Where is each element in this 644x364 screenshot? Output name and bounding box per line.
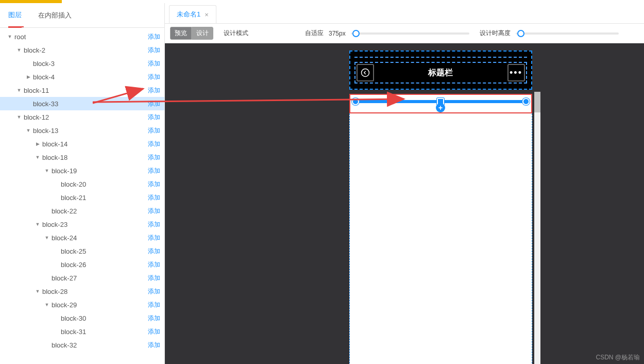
caret-down-icon[interactable] [26, 128, 31, 133]
tree-node-block-14[interactable]: block-14添加 [0, 137, 164, 151]
caret-down-icon[interactable] [44, 235, 49, 240]
tree-node-label: block-26 [61, 261, 86, 269]
scrollbar-thumb[interactable] [534, 92, 540, 112]
caret-down-icon[interactable] [35, 155, 40, 160]
caret-down-icon[interactable] [44, 302, 49, 307]
mode-label: 设计模式 [224, 29, 248, 38]
preview-button[interactable]: 预览 [170, 27, 192, 40]
back-icon[interactable] [357, 64, 374, 81]
tree-node-block-13[interactable]: block-13添加 [0, 124, 164, 137]
add-button[interactable]: 添加 [148, 301, 160, 309]
caret-down-icon[interactable] [44, 168, 49, 173]
add-button[interactable]: 添加 [148, 140, 160, 148]
caret-down-icon[interactable] [16, 47, 22, 53]
add-button[interactable]: 添加 [148, 234, 160, 242]
add-button[interactable]: 添加 [148, 126, 160, 135]
tree-node-label: block-18 [42, 154, 67, 161]
add-handle-icon[interactable]: + [436, 103, 445, 112]
tree-node-block-27[interactable]: block-27添加 [0, 271, 164, 285]
caret-right-icon[interactable] [26, 74, 31, 79]
caret-down-icon[interactable] [35, 289, 40, 294]
view-toggle: 预览 设计 [170, 27, 213, 40]
tree-node-root[interactable]: root添加 [0, 30, 164, 43]
tree-node-block-4[interactable]: block-4添加 [0, 70, 164, 84]
add-button[interactable]: 添加 [148, 287, 160, 296]
svg-point-0 [361, 69, 369, 77]
tab-insert-inside[interactable]: 在内部插入 [38, 4, 72, 27]
slider-knob[interactable] [352, 30, 360, 37]
tree-node-block-23[interactable]: block-23添加 [0, 218, 164, 231]
canvas[interactable]: 标题栏 ••• + [165, 43, 644, 364]
design-button[interactable]: 设计 [192, 27, 213, 40]
add-button[interactable]: 添加 [148, 274, 160, 283]
caret-down-icon[interactable] [16, 114, 22, 120]
watermark: CSDN @杨若瑜 [596, 353, 640, 362]
slider-knob[interactable] [517, 30, 524, 37]
sidebar: 图层 在内部插入 root添加block-2添加block-3添加block-4… [0, 3, 165, 364]
tree-node-label: block-19 [52, 167, 77, 175]
close-icon[interactable]: × [205, 11, 209, 19]
tree-node-block-26[interactable]: block-26添加 [0, 258, 164, 271]
tree-node-block-25[interactable]: block-25添加 [0, 244, 164, 258]
add-button[interactable]: 添加 [148, 100, 160, 108]
tab-layers[interactable]: 图层 [8, 3, 22, 28]
tree-node-label: block-21 [61, 194, 86, 202]
caret-right-icon[interactable] [35, 141, 40, 146]
add-button[interactable]: 添加 [148, 341, 160, 350]
tree-node-block-19[interactable]: block-19添加 [0, 164, 164, 177]
add-button[interactable]: 添加 [148, 86, 160, 95]
tree-node-block-29[interactable]: block-29添加 [0, 298, 164, 311]
add-button[interactable]: 添加 [148, 73, 160, 81]
adaptive-label: 自适应 [305, 29, 324, 38]
device-frame: 标题栏 ••• + [349, 51, 532, 364]
tree-node-block-32[interactable]: block-32添加 [0, 338, 164, 352]
add-button[interactable]: 添加 [148, 220, 160, 229]
tree-node-block-28[interactable]: block-28添加 [0, 285, 164, 298]
add-button[interactable]: 添加 [148, 32, 160, 41]
add-button[interactable]: 添加 [148, 193, 160, 202]
tree-node-label: block-22 [52, 207, 77, 215]
tree-node-block-22[interactable]: block-22添加 [0, 204, 164, 218]
tree-node-block-12[interactable]: block-12添加 [0, 110, 164, 124]
tree-node-block-30[interactable]: block-30添加 [0, 311, 164, 325]
tree-node-label: block-13 [33, 127, 58, 135]
tree-node-block-21[interactable]: block-21添加 [0, 191, 164, 204]
caret-down-icon[interactable] [16, 88, 22, 93]
design-height-label: 设计时高度 [480, 29, 511, 38]
caret-down-icon[interactable] [7, 34, 12, 39]
add-button[interactable]: 添加 [148, 113, 160, 122]
add-button[interactable]: 添加 [148, 247, 160, 256]
tree-node-block-31[interactable]: block-31添加 [0, 325, 164, 338]
file-tab-untitled[interactable]: 未命名1 × [169, 5, 216, 23]
add-button[interactable]: 添加 [148, 180, 160, 189]
add-button[interactable]: 添加 [148, 314, 160, 323]
device-body[interactable] [349, 113, 532, 364]
tree-node-block-2[interactable]: block-2添加 [0, 43, 164, 57]
resize-handle-left[interactable] [352, 98, 359, 105]
layer-tree[interactable]: root添加block-2添加block-3添加block-4添加block-1… [0, 28, 164, 364]
tree-node-block-33[interactable]: block-33添加 [0, 97, 164, 110]
add-button[interactable]: 添加 [148, 167, 160, 175]
tree-node-label: block-14 [42, 140, 67, 148]
tree-node-block-18[interactable]: block-18添加 [0, 151, 164, 164]
tree-node-block-11[interactable]: block-11添加 [0, 84, 164, 97]
vertical-scrollbar[interactable] [534, 92, 540, 364]
add-button[interactable]: 添加 [148, 327, 160, 336]
selected-block[interactable]: + [349, 94, 532, 113]
header-block[interactable]: 标题栏 ••• [349, 51, 532, 90]
add-button[interactable]: 添加 [148, 153, 160, 162]
add-button[interactable]: 添加 [148, 59, 160, 68]
add-button[interactable]: 添加 [148, 46, 160, 55]
design-height-slider[interactable] [516, 32, 619, 35]
caret-down-icon[interactable] [35, 222, 40, 227]
add-button[interactable]: 添加 [148, 260, 160, 269]
resize-handle-right[interactable] [522, 98, 530, 105]
add-button[interactable]: 添加 [148, 207, 160, 216]
sidebar-tabs: 图层 在内部插入 [0, 3, 164, 28]
adaptive-slider[interactable] [351, 32, 469, 35]
more-icon[interactable]: ••• [507, 64, 525, 81]
title-bar[interactable]: 标题栏 ••• [354, 62, 527, 84]
tree-node-block-3[interactable]: block-3添加 [0, 57, 164, 70]
tree-node-block-20[interactable]: block-20添加 [0, 177, 164, 191]
tree-node-block-24[interactable]: block-24添加 [0, 231, 164, 244]
